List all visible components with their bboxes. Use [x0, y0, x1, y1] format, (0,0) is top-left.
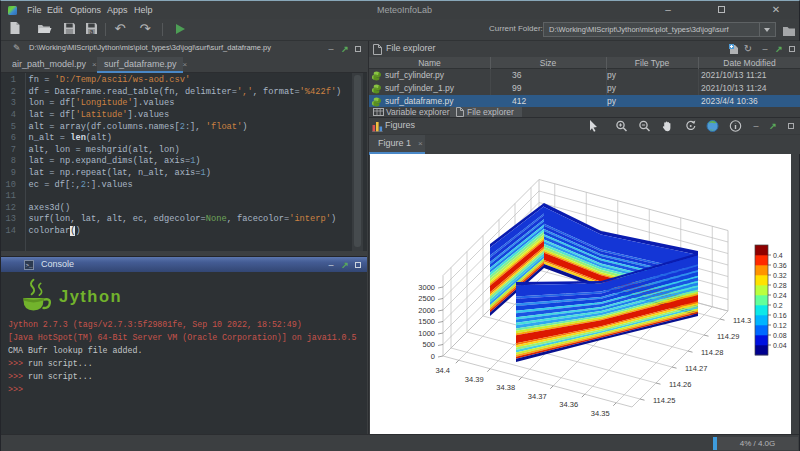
fig-minimize-icon[interactable]: – [750, 120, 762, 132]
save-button[interactable] [60, 21, 78, 38]
fe-detach-icon[interactable]: ↗ [773, 43, 785, 55]
editor-float-icon[interactable] [352, 43, 364, 55]
menu-options[interactable]: Options [65, 2, 106, 19]
current-folder-label: Current Folder: [489, 24, 543, 33]
code-line[interactable]: 3lon = df['Longitude'].values [1, 98, 351, 110]
code-line[interactable]: 14colorbar() [1, 226, 351, 238]
new-file-button[interactable] [6, 21, 24, 38]
window-maximize-button[interactable] [706, 2, 736, 19]
jython-logo-text: Jython [59, 287, 122, 306]
code-line[interactable]: 7alt, lon = meshgrid(alt, lon) [1, 145, 351, 157]
code-line[interactable]: 13surf(lon, lat, alt, ec, edgecolor=None… [1, 214, 351, 226]
window-title: MeteoInfoLab [377, 2, 432, 19]
code-line[interactable]: 12axes3d() [1, 203, 351, 215]
code-line[interactable]: 10ec = df[:,2:].values [1, 180, 351, 192]
float-square-icon [788, 123, 794, 129]
pointer-tool-icon[interactable] [587, 120, 600, 132]
svg-text:114.26: 114.26 [669, 380, 691, 389]
memory-indicator[interactable]: 4% / 4.0G [717, 437, 798, 450]
console-float-icon[interactable] [352, 259, 364, 271]
chevron-down-icon [764, 28, 770, 32]
window-minimize-button[interactable]: – [653, 2, 683, 19]
code-line[interactable]: 8lat = np.expand_dims(lat, axis=1) [1, 156, 351, 168]
pan-tool-icon[interactable] [661, 120, 674, 132]
refresh-icon[interactable]: ↻ [742, 43, 754, 55]
column-header-filetype[interactable]: File Type [606, 57, 698, 69]
tab-label: Variable explorer [386, 107, 450, 117]
save-as-button[interactable]: a [82, 21, 100, 38]
fe-float-icon[interactable] [786, 43, 798, 55]
zoom-in-tool-icon[interactable] [615, 120, 628, 132]
menu-edit[interactable]: Edit [42, 2, 68, 19]
svg-text:114.3: 114.3 [733, 316, 751, 325]
svg-text:0.08: 0.08 [773, 332, 787, 339]
editor-minimize-icon[interactable]: – [325, 43, 337, 55]
zoom-out-tool-icon[interactable] [638, 120, 651, 132]
right-column: File explorer ↻ – ↗ Name Size File Type … [368, 41, 800, 434]
editor-scrollbar-thumb[interactable] [354, 75, 361, 247]
code-text: lat = df['Latitude'].values [29, 110, 170, 122]
file-row-surf_cylinder_1.py[interactable]: surf_cylinder_1.py99py2021/10/13 11:24 [369, 82, 800, 95]
code-editor[interactable]: 1fn = 'D:/Temp/ascii/ws-aod.csv'2df = Da… [1, 73, 367, 251]
column-header-modified[interactable]: Date Modified [698, 57, 800, 69]
tab-file-explorer[interactable]: File explorer [450, 107, 522, 117]
identify-tool-icon[interactable] [729, 120, 742, 132]
browse-folder-button[interactable] [780, 23, 798, 40]
globe-tool-icon[interactable] [706, 120, 719, 132]
code-line[interactable]: 9lat = np.repeat(lat, n_alt, axis=1) [1, 168, 351, 180]
svg-text:114.29: 114.29 [717, 332, 739, 341]
rotate-tool-icon[interactable] [684, 120, 697, 132]
window-close-button[interactable]: ✕ [761, 2, 791, 19]
tab-variable-explorer[interactable]: Variable explorer [369, 107, 450, 117]
console-line: CMA Bufr lookup file added. [8, 344, 366, 357]
figure-plot-area[interactable]: 05001000150020002500300034.434.3934.3834… [370, 154, 791, 434]
editor-detach-icon[interactable]: ↗ [339, 43, 351, 55]
open-file-button[interactable] [35, 21, 53, 38]
console-icon: >_ [24, 260, 34, 270]
tab-close-icon[interactable]: × [183, 60, 188, 69]
svg-text:0: 0 [431, 352, 435, 361]
code-line[interactable]: 5alt = array(df.columns.names[2:], 'floa… [1, 122, 351, 134]
menu-help[interactable]: Help [129, 2, 158, 19]
svg-text:0.28: 0.28 [773, 282, 787, 289]
menu-apps[interactable]: Apps [102, 2, 133, 19]
fig-detach-icon[interactable]: ↗ [767, 120, 779, 132]
tab-air-path-model[interactable]: air_path_model.py× [5, 57, 91, 73]
run-button[interactable] [171, 21, 189, 38]
toolbar-separator [105, 23, 106, 36]
console-output[interactable]: Jython Jython 2.7.3 (tags/v2.7.3:5f29801… [1, 272, 367, 434]
code-line[interactable]: 6n_alt = len(alt) [1, 133, 351, 145]
console-line: [Java HotSpot(TM) 64-Bit Server VM (Orac… [8, 331, 366, 344]
file-row-surf_cylinder.py[interactable]: surf_cylinder.py36py2021/10/13 11:21 [369, 69, 800, 82]
code-line[interactable]: 11 [1, 191, 351, 203]
editor-panel-header: ✎ D:\Working\MIScript\Jython\mis\plot_ty… [1, 41, 367, 57]
svg-text:a: a [89, 28, 93, 35]
current-folder-combobox[interactable]: D:\Working\MIScript\Jython\mis\plot_type… [543, 22, 776, 37]
run-icon [176, 24, 185, 34]
explorer-bottom-tabs: Variable explorer File explorer [369, 107, 800, 118]
tab-surf-dataframe[interactable]: surf_dataframe.py× [97, 57, 183, 73]
redo-button[interactable]: ↷ [136, 21, 154, 38]
svg-text:2500: 2500 [418, 294, 435, 303]
file-name: surf_cylinder_1.py [385, 82, 454, 95]
import-file-icon[interactable] [729, 44, 739, 55]
surface-plot: 05001000150020002500300034.434.3934.3834… [370, 154, 791, 434]
code-line[interactable]: 2df = DataFrame.read_table(fn, delimiter… [1, 87, 351, 99]
file-type: py [607, 69, 616, 82]
fig-float-icon[interactable] [785, 120, 797, 132]
fe-minimize-icon[interactable]: – [759, 43, 771, 55]
undo-button[interactable]: ↶ [111, 21, 129, 38]
column-header-size[interactable]: Size [490, 57, 606, 69]
code-line[interactable]: 4lat = df['Latitude'].values [1, 110, 351, 122]
tab-close-icon[interactable]: × [418, 135, 423, 152]
console-detach-icon[interactable]: ↗ [339, 259, 351, 271]
line-number: 9 [1, 168, 16, 180]
edit-pencil-icon: ✎ [13, 43, 21, 53]
tab-figure-1[interactable]: Figure 1 × [369, 135, 425, 155]
code-line[interactable]: 1fn = 'D:/Temp/ascii/ws-aod.csv' [1, 75, 351, 87]
svg-text:114.27: 114.27 [685, 364, 707, 373]
console-minimize-icon[interactable]: – [325, 259, 337, 271]
code-text: alt, lon = meshgrid(alt, lon) [29, 145, 180, 157]
figure-tabbar: Figure 1 × [369, 134, 800, 154]
column-header-name[interactable]: Name [369, 57, 490, 69]
